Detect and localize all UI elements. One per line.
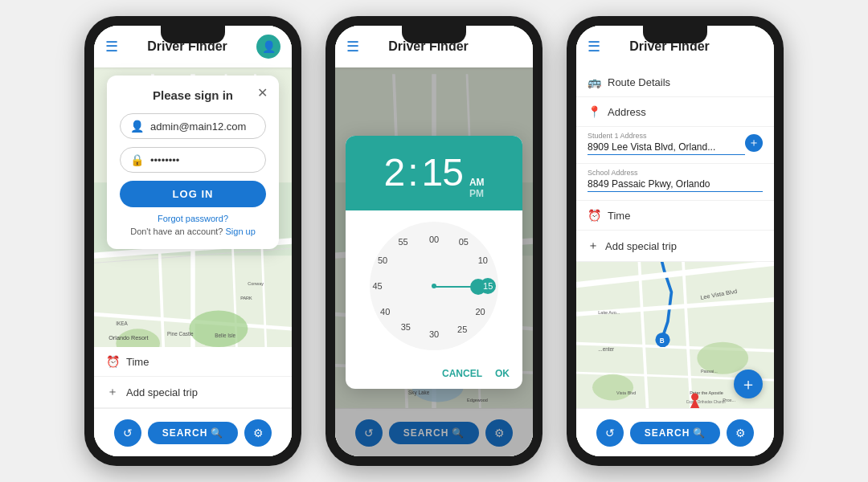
school-address-block: School Address 8849 Passaic Pkwy, Orland… [576, 164, 774, 201]
phone-1: Oak Ridge Pine Castle Belle Isle Sky Lak… [84, 16, 301, 466]
svg-text:Lake Avo...: Lake Avo... [598, 310, 620, 315]
avatar-1[interactable]: 👤 [256, 35, 280, 59]
password-field[interactable]: •••••••• [150, 154, 256, 166]
clock-hand [434, 286, 478, 288]
email-field[interactable]: admin@main12.com [150, 120, 256, 133]
clock-face[interactable]: 00 05 10 15 20 25 30 35 40 45 50 55 [370, 222, 498, 350]
time-picker-actions: CANCEL OK [346, 362, 522, 389]
password-input-group[interactable]: 🔒 •••••••• [120, 147, 266, 173]
notch-2 [402, 26, 466, 43]
svg-text:Prox...: Prox... [723, 398, 735, 402]
notch-1 [161, 26, 225, 43]
add-trip-section-icon: ＋ [588, 239, 599, 253]
ok-button-time[interactable]: OK [495, 368, 510, 379]
svg-text:Belle Isle: Belle Isle [215, 333, 235, 338]
refresh-button-3[interactable]: ↺ [596, 419, 624, 447]
time-section-label: Time [608, 210, 630, 222]
time-picker-overlay: 2 : 15 AM PM 00 05 [335, 67, 533, 456]
clock-num-35[interactable]: 35 [401, 322, 411, 332]
svg-point-12 [189, 311, 248, 348]
menu-icon-2[interactable]: ☰ [346, 38, 359, 55]
clock-num-00[interactable]: 00 [429, 235, 439, 244]
svg-text:Coptic Orthodox Church: Coptic Orthodox Church [686, 400, 726, 404]
time-icon-1: ⏰ [105, 355, 120, 368]
address-section-header[interactable]: 📍 Address [576, 97, 774, 127]
time-label-1: Time [126, 356, 149, 368]
refresh-button-1[interactable]: ↺ [114, 419, 141, 447]
add-trip-label-1: Add special trip [126, 386, 198, 398]
settings-button-1[interactable]: ⚙ [244, 419, 272, 447]
clock-num-05[interactable]: 05 [459, 237, 469, 247]
search-icon-1: 🔍 [211, 427, 223, 439]
clock-num-10[interactable]: 10 [478, 255, 488, 265]
add-trip-section-header[interactable]: ＋ Add special trip [576, 231, 774, 262]
phone-2: Oak Ridge Pine Castle Belle Isle Sky Lak… [326, 16, 542, 466]
clock-num-50[interactable]: 50 [378, 255, 387, 265]
svg-text:PARK: PARK [240, 296, 252, 300]
student-address-sublabel: Student 1 Address [588, 132, 745, 140]
svg-text:Pine Castle: Pine Castle [167, 331, 194, 337]
time-picker-header: 2 : 15 AM PM [346, 136, 522, 210]
svg-text:...enter: ...enter [598, 346, 615, 352]
bottom-bar-1: ↺ SEARCH 🔍 ⚙ [94, 408, 292, 456]
student-address-value[interactable]: 8909 Lee Vista Blvd, Orland... [588, 141, 745, 155]
route-details-label: Route Details [608, 76, 670, 88]
route-details-icon: 🚌 [588, 76, 601, 88]
school-address-sublabel: School Address [588, 169, 763, 177]
fab-button-3[interactable]: ＋ [734, 370, 763, 398]
clock-num-45[interactable]: 45 [372, 281, 382, 291]
svg-text:B: B [660, 337, 665, 345]
time-minute[interactable]: 15 [421, 150, 462, 194]
forgot-password-link[interactable]: Forgot password? [120, 214, 266, 223]
clock-num-25[interactable]: 25 [457, 325, 467, 334]
email-input-group[interactable]: 👤 admin@main12.com [120, 113, 266, 139]
cancel-button-time[interactable]: CANCEL [442, 368, 482, 379]
route-details-header[interactable]: 🚌 Route Details [576, 67, 774, 97]
menu-icon-3[interactable]: ☰ [588, 38, 600, 55]
svg-text:Orlando Resort: Orlando Resort [108, 334, 148, 341]
clock-num-55[interactable]: 55 [398, 237, 407, 247]
close-button[interactable]: ✕ [257, 85, 268, 100]
svg-text:Passai...: Passai... [701, 369, 718, 374]
clock-num-30[interactable]: 30 [429, 329, 439, 339]
route-panel: 🚌 Route Details 📍 Address Student 1 Addr… [576, 67, 774, 262]
svg-point-58 [592, 374, 633, 401]
bottom-bar-3: ↺ SEARCH 🔍 ⚙ [576, 408, 774, 456]
school-address-value[interactable]: 8849 Passaic Pkwy, Orlando [588, 178, 763, 192]
am-label[interactable]: AM [469, 177, 485, 188]
clock-num-40[interactable]: 40 [380, 307, 390, 317]
settings-button-3[interactable]: ⚙ [727, 419, 754, 447]
add-trip-panel-item-1[interactable]: ＋ Add special trip [94, 377, 292, 408]
svg-text:IKEA: IKEA [116, 321, 128, 326]
time-hour[interactable]: 2 [383, 150, 404, 194]
signup-footer: Don't have an account? Sign up [120, 227, 266, 236]
clock-num-15[interactable]: 15 [480, 278, 496, 294]
lock-icon: 🔒 [130, 153, 144, 166]
student-address-block: Student 1 Address 8909 Lee Vista Blvd, O… [576, 127, 774, 164]
time-panel-item-1[interactable]: ⏰ Time [94, 347, 292, 377]
svg-point-72 [691, 394, 698, 401]
search-button-1[interactable]: SEARCH 🔍 [148, 422, 239, 444]
address-section-label: Address [608, 106, 646, 118]
add-trip-section-label: Add special trip [605, 240, 677, 252]
dialog-title: Please sign in [120, 88, 266, 102]
notch-3 [643, 26, 707, 43]
search-button-3[interactable]: SEARCH 🔍 [630, 422, 721, 444]
time-section-header[interactable]: ⏰ Time [576, 201, 774, 231]
time-ampm-selector[interactable]: AM PM [469, 177, 485, 199]
signup-link[interactable]: Sign up [226, 227, 256, 236]
menu-icon-1[interactable]: ☰ [105, 38, 118, 55]
login-button[interactable]: LOG IN [120, 181, 266, 207]
clock-num-20[interactable]: 20 [475, 307, 485, 317]
svg-text:Conway: Conway [248, 281, 264, 286]
search-icon-3: 🔍 [693, 427, 706, 439]
address-section-icon: 📍 [588, 105, 601, 118]
svg-text:Vista Blvd: Vista Blvd [616, 390, 636, 395]
add-icon-1: ＋ [105, 385, 120, 399]
time-section-icon: ⏰ [588, 209, 601, 222]
add-address-button[interactable]: ＋ [745, 134, 763, 152]
time-picker-modal[interactable]: 2 : 15 AM PM 00 05 [346, 136, 522, 389]
bottom-panel-1: ⏰ Time ＋ Add special trip [94, 347, 292, 408]
login-dialog: Please sign in ✕ 👤 admin@main12.com 🔒 ••… [107, 76, 279, 249]
pm-label[interactable]: PM [469, 188, 485, 199]
